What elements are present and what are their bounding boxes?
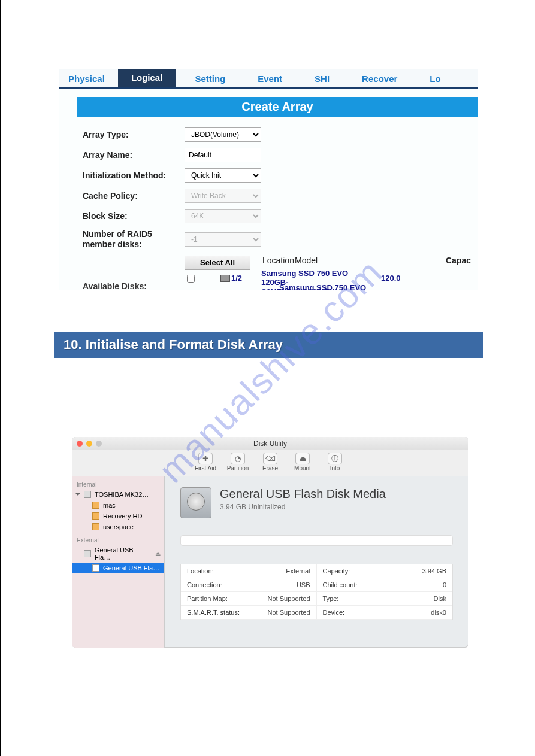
info-capacity: Capacity:3.94 GB (317, 564, 453, 578)
info-smart: S.M.A.R.T. status:Not Supported (181, 606, 317, 620)
window-title: Disk Utility (72, 439, 468, 448)
block-size-label: Block Size: (83, 211, 185, 221)
cache-policy-select[interactable]: Write Back (185, 189, 261, 203)
toolbar: ✚First Aid ◔Partition ⌫Erase ⏏Mount ⓘInf… (72, 450, 468, 476)
toolbar-info[interactable]: ⓘInfo (319, 453, 350, 476)
disk-image-icon (180, 487, 211, 518)
volume-icon (92, 523, 99, 530)
sidebar-disk-usb[interactable]: General USB Fla…⏏ (72, 545, 164, 563)
sidebar-vol-userspace[interactable]: userspace (72, 521, 164, 532)
init-method-label: Initialization Method: (83, 171, 185, 180)
usage-bar (180, 535, 453, 546)
form-area: Array Type: JBOD(Volume) Array Name: Ini… (59, 117, 478, 290)
tab-bar: Physical Logical Setting Event SHI Recov… (59, 69, 478, 89)
tab-lo[interactable]: Lo (422, 70, 448, 87)
chevron-down-icon (75, 493, 80, 496)
cache-policy-label: Cache Policy: (83, 191, 185, 201)
col-capacity: Capac (446, 256, 478, 265)
tab-event[interactable]: Event (250, 70, 289, 87)
extra-disk-partial: Samsung SSD 750 EVO (279, 283, 366, 290)
info-type: Type:Disk (317, 592, 453, 606)
section-heading: 10. Initialise and Format Disk Array (54, 332, 483, 358)
info-child-count: Child count:0 (317, 578, 453, 592)
close-icon[interactable] (77, 441, 83, 447)
disk-icon (84, 550, 91, 557)
disk-subtitle: 3.94 GB Uninitalized (220, 503, 386, 511)
mount-icon: ⏏ (295, 453, 310, 464)
col-model: Model (295, 256, 446, 265)
partition-icon: ◔ (231, 453, 245, 464)
sidebar-internal-label: Internal (72, 480, 164, 489)
toolbar-erase[interactable]: ⌫Erase (255, 453, 286, 476)
sidebar: Internal TOSHIBA MK32… mac Recovery HD u… (72, 476, 165, 648)
sidebar-vol-usb-selected[interactable]: General USB Fla… (72, 563, 164, 573)
disk-table-header: Location Model Capac (262, 256, 478, 265)
titlebar: Disk Utility (72, 437, 468, 450)
array-type-label: Array Type: (83, 130, 185, 139)
col-location: Location (262, 256, 295, 265)
raid-config-screenshot: Physical Logical Setting Event SHI Recov… (59, 69, 478, 290)
minimize-icon[interactable] (86, 441, 92, 447)
info-device: Device:disk0 (317, 606, 453, 620)
raid5-disks-label: Number of RAID5 member disks: (83, 229, 185, 250)
info-location: Location:External (181, 564, 317, 578)
sidebar-disk-toshiba[interactable]: TOSHIBA MK32… (72, 489, 164, 500)
erase-icon: ⌫ (263, 453, 277, 464)
eject-icon[interactable]: ⏏ (155, 551, 161, 557)
first-aid-icon: ✚ (198, 453, 213, 464)
sidebar-external-label: External (72, 536, 164, 545)
available-disks-label: Available Disks: (83, 281, 147, 290)
sidebar-vol-mac[interactable]: mac (72, 500, 164, 511)
tab-recover[interactable]: Recover (355, 70, 404, 87)
disk-title: General USB Flash Disk Media (220, 487, 386, 501)
disk-icon (84, 491, 91, 498)
tab-shi[interactable]: SHI (307, 70, 337, 87)
tab-setting[interactable]: Setting (188, 70, 232, 87)
array-name-input[interactable] (185, 148, 261, 162)
array-type-select[interactable]: JBOD(Volume) (185, 127, 261, 142)
tab-logical[interactable]: Logical (118, 69, 176, 87)
tab-physical[interactable]: Physical (61, 70, 112, 87)
volume-icon (92, 564, 99, 572)
main-pane: General USB Flash Disk Media 3.94 GB Uni… (165, 476, 468, 648)
volume-icon (92, 502, 99, 509)
info-table: Location:External Capacity:3.94 GB Conne… (180, 564, 453, 620)
create-array-banner: Create Array (77, 97, 478, 117)
toolbar-mount[interactable]: ⏏Mount (287, 453, 318, 476)
toolbar-partition[interactable]: ◔Partition (222, 453, 253, 476)
init-method-select[interactable]: Quick Init (185, 168, 261, 183)
array-name-label: Array Name: (83, 150, 185, 160)
disk-checkbox[interactable] (187, 275, 195, 283)
zoom-icon[interactable] (96, 441, 102, 447)
select-all-button[interactable]: Select All (185, 256, 250, 270)
raid5-disks-select[interactable]: -1 (185, 232, 261, 247)
volume-icon (92, 512, 99, 520)
sidebar-vol-recovery[interactable]: Recovery HD (72, 511, 164, 521)
toolbar-first-aid[interactable]: ✚First Aid (190, 453, 221, 476)
disk-capacity: 120.0 (381, 269, 417, 283)
info-icon: ⓘ (328, 453, 342, 464)
info-connection: Connection:USB (181, 578, 317, 592)
disk-utility-window: Disk Utility ✚First Aid ◔Partition ⌫Eras… (72, 437, 468, 648)
block-size-select[interactable]: 64K (185, 209, 261, 223)
info-partition-map: Partition Map:Not Supported (181, 592, 317, 606)
hdd-icon (220, 275, 230, 282)
disk-location: 1/2 (220, 269, 261, 283)
